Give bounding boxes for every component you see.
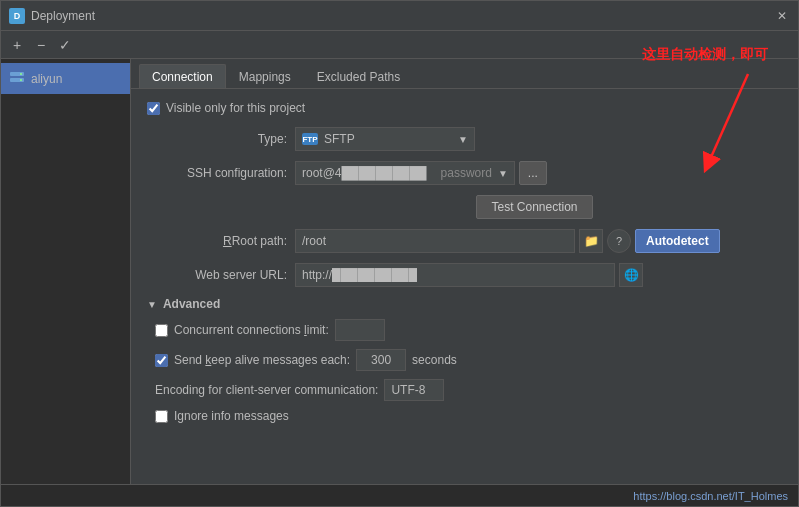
encoding-row: Encoding for client-server communication… — [155, 379, 782, 401]
content-area: Connection Mappings Excluded Paths Visib… — [131, 59, 798, 484]
web-url-input[interactable] — [295, 263, 615, 287]
advanced-section-title: Advanced — [163, 297, 220, 311]
svg-point-3 — [20, 79, 22, 81]
check-button[interactable]: ✓ — [55, 35, 75, 55]
tabs: Connection Mappings Excluded Paths — [131, 59, 798, 89]
app-icon: D — [9, 8, 25, 24]
type-row: Type: FTP SFTP ▼ — [147, 127, 782, 151]
window-title: Deployment — [31, 9, 774, 23]
keep-alive-checkbox[interactable] — [155, 354, 168, 367]
visible-only-checkbox[interactable] — [147, 102, 160, 115]
encoding-input[interactable] — [384, 379, 444, 401]
ssh-password-placeholder: password — [441, 166, 492, 180]
root-path-row: RRoot path: 📁 ? Autodetect — [147, 229, 782, 253]
concurrent-row: Concurrent connections limit: — [155, 319, 782, 341]
seconds-label: seconds — [412, 353, 457, 367]
root-path-input[interactable] — [295, 229, 575, 253]
status-bar: https://blog.csdn.net/IT_Holmes — [1, 484, 798, 506]
web-url-row: Web server URL: 🌐 — [147, 263, 782, 287]
keep-alive-label[interactable]: Send keep alive messages each: — [174, 353, 350, 367]
test-connection-button[interactable]: Test Connection — [476, 195, 592, 219]
window-controls: ✕ — [774, 8, 790, 24]
web-url-wrap: 🌐 — [295, 263, 643, 287]
tab-mappings[interactable]: Mappings — [226, 64, 304, 88]
ignore-info-label[interactable]: Ignore info messages — [174, 409, 289, 423]
test-connection-row: Test Connection — [287, 195, 782, 219]
advanced-arrow-icon: ▼ — [147, 299, 157, 310]
title-bar: D Deployment ✕ — [1, 1, 798, 31]
ssh-chevron-icon: ▼ — [498, 168, 508, 179]
sidebar: aliyun — [1, 59, 131, 484]
ssh-config-row: SSH configuration: root@4██████████ pass… — [147, 161, 782, 185]
status-url: https://blog.csdn.net/IT_Holmes — [633, 490, 788, 502]
help-icon[interactable]: ? — [607, 229, 631, 253]
ssh-config-dropdown[interactable]: root@4██████████ password ▼ — [295, 161, 515, 185]
remove-button[interactable]: − — [31, 35, 51, 55]
ignore-info-row: Ignore info messages — [155, 409, 782, 423]
encoding-label: Encoding for client-server communication… — [155, 383, 378, 397]
ssh-config-wrap: root@4██████████ password ▼ ... — [295, 161, 547, 185]
form-area: Visible only for this project Type: FTP … — [131, 89, 798, 484]
type-dropdown[interactable]: FTP SFTP ▼ — [295, 127, 475, 151]
globe-icon[interactable]: 🌐 — [619, 263, 643, 287]
keep-alive-row: Send keep alive messages each: seconds — [155, 349, 782, 371]
type-value: SFTP — [324, 132, 355, 146]
web-url-label: Web server URL: — [147, 268, 287, 282]
server-icon — [9, 69, 25, 88]
concurrent-input[interactable] — [335, 319, 385, 341]
advanced-section: Concurrent connections limit: Send keep … — [147, 319, 782, 423]
sftp-icon: FTP — [302, 133, 318, 145]
sidebar-item-label: aliyun — [31, 72, 62, 86]
ignore-info-checkbox[interactable] — [155, 410, 168, 423]
close-button[interactable]: ✕ — [774, 8, 790, 24]
ssh-config-value: root@4██████████ — [302, 166, 427, 180]
root-path-wrap: 📁 ? Autodetect — [295, 229, 720, 253]
advanced-section-header[interactable]: ▼ Advanced — [147, 297, 782, 311]
type-label: Type: — [147, 132, 287, 146]
visible-only-label[interactable]: Visible only for this project — [166, 101, 305, 115]
concurrent-label[interactable]: Concurrent connections limit: — [174, 323, 329, 337]
ssh-config-more-button[interactable]: ... — [519, 161, 547, 185]
folder-icon[interactable]: 📁 — [579, 229, 603, 253]
visible-only-row: Visible only for this project — [147, 101, 782, 115]
sidebar-item-aliyun[interactable]: aliyun — [1, 63, 130, 94]
autodetect-button[interactable]: Autodetect — [635, 229, 720, 253]
svg-point-2 — [20, 73, 22, 75]
tab-excluded-paths[interactable]: Excluded Paths — [304, 64, 413, 88]
tab-connection[interactable]: Connection — [139, 64, 226, 88]
concurrent-checkbox[interactable] — [155, 324, 168, 337]
chevron-down-icon: ▼ — [458, 134, 468, 145]
main-content: aliyun Connection Mappings Excluded Path… — [1, 59, 798, 484]
deployment-window: D Deployment ✕ + − ✓ aliyun — [0, 0, 799, 507]
root-path-label: RRoot path: — [147, 234, 287, 248]
add-button[interactable]: + — [7, 35, 27, 55]
toolbar: + − ✓ — [1, 31, 798, 59]
keep-alive-input[interactable] — [356, 349, 406, 371]
ssh-config-label: SSH configuration: — [147, 166, 287, 180]
